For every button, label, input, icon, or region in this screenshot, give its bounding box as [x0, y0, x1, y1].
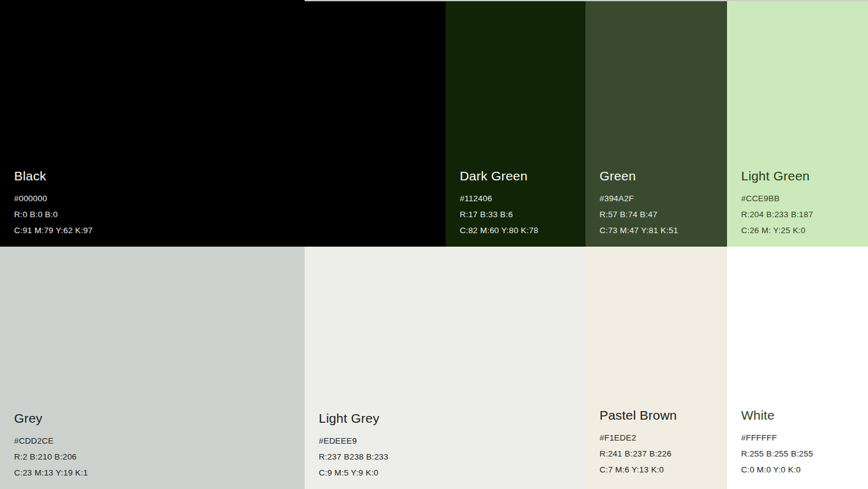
- swatch-hex: #CCE9BB: [741, 191, 813, 207]
- swatch-hex: #112406: [460, 191, 538, 207]
- palette-row-bottom: Grey #CDD2CE R:2 B:210 B:206 C:23 M:13 Y…: [0, 247, 868, 489]
- swatch-hex: #CDD2CE: [14, 433, 88, 449]
- swatch-name: Grey: [14, 411, 88, 426]
- swatch-info: Black #000000 R:0 B:0 B:0 C:91 M:79 Y:62…: [14, 169, 93, 239]
- swatch-info: Grey #CDD2CE R:2 B:210 B:206 C:23 M:13 Y…: [14, 411, 88, 481]
- swatch-cmyk: C:73 M:47 Y:81 K:51: [600, 223, 678, 239]
- swatch-pastel-brown: Pastel Brown #F1EDE2 R:241 B:237 B:226 C…: [585, 247, 727, 489]
- swatch-rgb: R:17 B:33 B:6: [460, 207, 538, 223]
- swatch-grey: Grey #CDD2CE R:2 B:210 B:206 C:23 M:13 Y…: [0, 247, 305, 489]
- swatch-name: Dark Green: [460, 169, 538, 183]
- swatch-hex: #FFFFFF: [741, 430, 813, 446]
- swatch-name: Green: [600, 169, 678, 183]
- color-palette-sheet: Black #000000 R:0 B:0 B:0 C:91 M:79 Y:62…: [0, 0, 868, 489]
- swatch-hex: #F1EDE2: [600, 430, 677, 446]
- swatch-light-green: Light Green #CCE9BB R:204 B:233 B:187 C:…: [727, 0, 868, 247]
- swatch-dark-green: Dark Green #112406 R:17 B:33 B:6 C:82 M:…: [446, 0, 585, 247]
- swatch-rgb: R:237 B238 B:233: [319, 449, 389, 465]
- swatch-cmyk: C:0 M:0 Y:0 K:0: [741, 462, 813, 478]
- swatch-info: White #FFFFFF R:255 B:255 B:255 C:0 M:0 …: [741, 408, 813, 478]
- top-edge-artifact: [305, 0, 868, 1]
- swatch-cmyk: C:9 M:5 Y:9 K:0: [319, 465, 389, 481]
- swatch-rgb: R:2 B:210 B:206: [14, 449, 88, 465]
- swatch-info: Green #394A2F R:57 B:74 B:47 C:73 M:47 Y…: [600, 169, 678, 239]
- swatch-rgb: R:241 B:237 B:226: [600, 446, 677, 462]
- swatch-rgb: R:204 B:233 B:187: [741, 207, 813, 223]
- swatch-name: Black: [14, 169, 93, 183]
- swatch-rgb: R:0 B:0 B:0: [14, 207, 93, 223]
- swatch-info: Light Grey #EDEEE9 R:237 B238 B:233 C:9 …: [319, 411, 389, 481]
- swatch-cmyk: C:23 M:13 Y:19 K:1: [14, 465, 88, 481]
- swatch-cmyk: C:82 M:60 Y:80 K:78: [460, 223, 538, 239]
- swatch-info: Dark Green #112406 R:17 B:33 B:6 C:82 M:…: [460, 169, 538, 239]
- swatch-hex: #394A2F: [600, 191, 678, 207]
- swatch-info: Pastel Brown #F1EDE2 R:241 B:237 B:226 C…: [600, 408, 677, 478]
- swatch-name: White: [741, 408, 813, 423]
- swatch-cmyk: C:91 M:79 Y:62 K:97: [14, 223, 93, 239]
- swatch-cmyk: C:7 M:6 Y:13 K:0: [600, 462, 677, 478]
- swatch-name: Pastel Brown: [600, 408, 677, 423]
- swatch-cmyk: C:26 M: Y:25 K:0: [741, 223, 813, 239]
- swatch-rgb: R:255 B:255 B:255: [741, 446, 813, 462]
- swatch-green: Green #394A2F R:57 B:74 B:47 C:73 M:47 Y…: [585, 0, 727, 247]
- swatch-white: White #FFFFFF R:255 B:255 B:255 C:0 M:0 …: [727, 247, 868, 489]
- swatch-hex: #EDEEE9: [319, 433, 389, 449]
- swatch-info: Light Green #CCE9BB R:204 B:233 B:187 C:…: [741, 169, 813, 239]
- swatch-light-grey: Light Grey #EDEEE9 R:237 B238 B:233 C:9 …: [305, 247, 585, 489]
- swatch-name: Light Green: [741, 169, 813, 183]
- swatch-name: Light Grey: [319, 411, 389, 426]
- swatch-black: Black #000000 R:0 B:0 B:0 C:91 M:79 Y:62…: [0, 0, 446, 247]
- swatch-hex: #000000: [14, 191, 93, 207]
- palette-row-top: Black #000000 R:0 B:0 B:0 C:91 M:79 Y:62…: [0, 0, 868, 247]
- swatch-rgb: R:57 B:74 B:47: [600, 207, 678, 223]
